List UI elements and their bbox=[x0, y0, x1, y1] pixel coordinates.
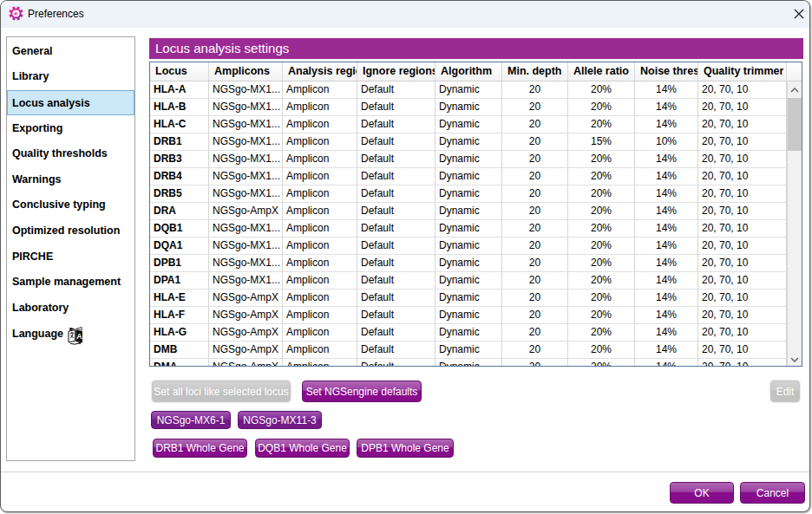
svg-text:A: A bbox=[76, 332, 82, 341]
